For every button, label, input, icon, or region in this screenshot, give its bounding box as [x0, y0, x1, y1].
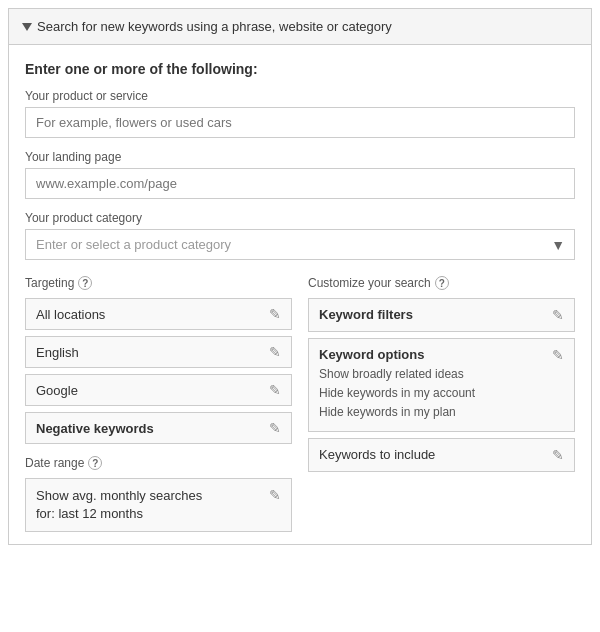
targeting-column: Targeting ? All locations ✎ English ✎ Go…: [25, 276, 292, 532]
category-select-wrapper: Enter or select a product category ▼: [25, 229, 575, 260]
keyword-options-title: Keyword options: [319, 347, 552, 362]
keywords-include-item[interactable]: Keywords to include ✎: [308, 438, 575, 472]
keywords-include-content: Keywords to include: [319, 447, 552, 462]
date-range-box[interactable]: Show avg. monthly searchesfor: last 12 m…: [25, 478, 292, 532]
panel-body: Enter one or more of the following: Your…: [9, 45, 591, 544]
date-range-text: Show avg. monthly searchesfor: last 12 m…: [36, 487, 202, 523]
keyword-filters-title: Keyword filters: [319, 307, 552, 322]
two-col-section: Targeting ? All locations ✎ English ✎ Go…: [25, 276, 575, 532]
edit-negative-icon[interactable]: ✎: [269, 420, 281, 436]
targeting-item-language[interactable]: English ✎: [25, 336, 292, 368]
customize-help-icon[interactable]: ?: [435, 276, 449, 290]
product-label: Your product or service: [25, 89, 575, 103]
product-input[interactable]: [25, 107, 575, 138]
targeting-item-network[interactable]: Google ✎: [25, 374, 292, 406]
edit-keyword-options-icon[interactable]: ✎: [552, 347, 564, 363]
keyword-options-item[interactable]: Keyword options Show broadly related ide…: [308, 338, 575, 432]
panel-header[interactable]: Search for new keywords using a phrase, …: [9, 9, 591, 45]
customize-label: Customize your search ?: [308, 276, 575, 290]
targeting-help-icon[interactable]: ?: [78, 276, 92, 290]
edit-keyword-filters-icon[interactable]: ✎: [552, 307, 564, 323]
keyword-options-content: Keyword options Show broadly related ide…: [319, 347, 552, 423]
edit-locations-icon[interactable]: ✎: [269, 306, 281, 322]
keywords-include-title: Keywords to include: [319, 447, 552, 462]
targeting-label: Targeting ?: [25, 276, 292, 290]
section-title: Enter one or more of the following:: [25, 61, 575, 77]
targeting-item-locations[interactable]: All locations ✎: [25, 298, 292, 330]
targeting-item-negative[interactable]: Negative keywords ✎: [25, 412, 292, 444]
collapse-icon: [22, 23, 32, 31]
date-range-help-icon[interactable]: ?: [88, 456, 102, 470]
keyword-options-sub: Show broadly related ideas Hide keywords…: [319, 365, 552, 423]
edit-keywords-include-icon[interactable]: ✎: [552, 447, 564, 463]
landing-input[interactable]: [25, 168, 575, 199]
category-label: Your product category: [25, 211, 575, 225]
edit-date-range-icon[interactable]: ✎: [269, 487, 281, 503]
landing-label: Your landing page: [25, 150, 575, 164]
keyword-filters-content: Keyword filters: [319, 307, 552, 322]
keyword-filters-item[interactable]: Keyword filters ✎: [308, 298, 575, 332]
date-range-label: Date range ?: [25, 456, 292, 470]
panel-header-text: Search for new keywords using a phrase, …: [37, 19, 392, 34]
edit-language-icon[interactable]: ✎: [269, 344, 281, 360]
edit-network-icon[interactable]: ✎: [269, 382, 281, 398]
category-select[interactable]: Enter or select a product category: [25, 229, 575, 260]
customize-column: Customize your search ? Keyword filters …: [308, 276, 575, 532]
